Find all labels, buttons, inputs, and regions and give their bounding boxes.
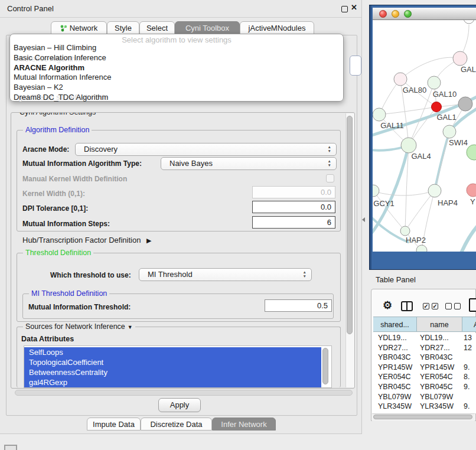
node-gcy1[interactable] [373, 185, 379, 197]
tab-jactivemnodules[interactable]: jActiveMNodules [240, 21, 314, 34]
node-gal80[interactable] [394, 73, 407, 86]
mi-steps-field[interactable]: 6 [252, 216, 335, 229]
network-canvas[interactable]: GAL GAL80 GAL10 GAL1 GAL11 SWI4 GAL4 GCY… [373, 20, 476, 252]
cell-shared[interactable]: YLR345W [372, 402, 416, 412]
which-threshold-select[interactable]: MI Threshold ▲▼ [139, 268, 312, 281]
close-icon[interactable]: ✕ [351, 3, 357, 12]
unchecked-checkbox-icon[interactable] [454, 303, 461, 309]
apply-button[interactable]: Apply [158, 398, 201, 412]
node-salmon[interactable] [467, 184, 476, 197]
table-row[interactable]: YBR043CYBR043C [372, 353, 476, 363]
zoom-traffic-light[interactable] [404, 10, 412, 18]
table-horizontal-scrollbar-thumb[interactable] [373, 415, 472, 419]
cell-value[interactable]: 13 [461, 333, 476, 343]
mi-threshold-field[interactable]: 0.5 [265, 299, 332, 312]
cell-name[interactable]: YDR27... [416, 343, 461, 353]
cell-value[interactable]: 9. [461, 402, 476, 412]
settings-horizontal-scrollbar[interactable] [15, 390, 353, 396]
cell-value[interactable]: 9. [461, 382, 476, 392]
table-row[interactable]: YDR27...YDR27...12 [372, 343, 476, 353]
node-gal11[interactable] [373, 108, 386, 121]
cell-shared[interactable]: YBR043C [372, 353, 416, 363]
node-gray[interactable] [458, 97, 472, 111]
table-row[interactable]: YPR145WYPR145W9. [372, 363, 476, 373]
hub-definition-toggle[interactable]: Hub/Transcription Factor Definition ▶ [22, 236, 151, 244]
node-gal10[interactable] [428, 76, 441, 89]
checked-checkbox-icon[interactable]: ✓ [432, 303, 438, 309]
tab-select[interactable]: Select [139, 21, 175, 34]
dropdown-item[interactable]: Mutual Information Inference [14, 73, 111, 83]
document-icon[interactable] [469, 298, 476, 312]
dropdown-item[interactable]: Bayesian – K2 [14, 83, 63, 93]
table-row[interactable]: YER054CYER054C8. [372, 372, 476, 382]
column-header-shared[interactable]: shared... [373, 317, 417, 332]
cell-name[interactable]: YBR043C [416, 353, 461, 363]
panel-grip[interactable] [4, 445, 17, 450]
column-header-partial[interactable]: A [462, 317, 476, 332]
cell-value[interactable]: 9. [461, 363, 476, 373]
tab-cyni-toolbox[interactable]: Cyni Toolbox [175, 21, 240, 34]
tab-infer-network[interactable]: Infer Network [212, 418, 276, 431]
cell-shared[interactable]: YBR045C [372, 382, 416, 392]
cell-value[interactable] [461, 392, 476, 402]
column-header-name[interactable]: name [417, 317, 462, 332]
list-item[interactable]: SelfLoops [24, 347, 321, 357]
column-view-icon[interactable] [401, 301, 413, 311]
window-titlebar[interactable] [373, 8, 476, 20]
list-item[interactable]: TopologicalCoefficient [24, 357, 321, 367]
cell-name[interactable]: YLR345W [416, 402, 461, 412]
node-label: SWI4 [449, 138, 468, 147]
close-traffic-light[interactable] [379, 10, 387, 18]
cell-shared[interactable]: YBL079W [372, 392, 416, 402]
minimize-traffic-light[interactable] [392, 10, 399, 18]
cell-value[interactable]: 12 [461, 343, 476, 353]
sources-toggle[interactable]: Sources for Network Inference▼ [23, 322, 135, 331]
mi-algorithm-type-select[interactable]: Naive Bayes ▲▼ [161, 157, 337, 170]
node-hap2[interactable] [400, 226, 410, 236]
node-gal1-red[interactable] [432, 102, 442, 112]
panel-divider-collapse-icon[interactable] [362, 217, 365, 222]
list-item[interactable]: gal4RGexp [24, 377, 321, 387]
dropdown-item[interactable]: Bayesian – Hill Climbing [14, 43, 96, 53]
tab-impute-data[interactable]: Impute Data [87, 418, 141, 431]
cell-name[interactable]: YBR045C [416, 382, 461, 392]
unchecked-checkbox-icon[interactable] [445, 303, 452, 309]
aracne-mode-select[interactable]: Discovery ▲▼ [75, 143, 337, 156]
node-partial-bottom[interactable] [416, 245, 427, 252]
settings-scrollbar-thumb[interactable] [347, 116, 353, 334]
table-row[interactable]: YBL079WYBL079W [372, 392, 476, 402]
dropdown-item-highlighted[interactable]: ARACNE Algorithm [14, 63, 84, 73]
manual-kernel-checkbox[interactable] [326, 174, 334, 182]
kernel-width-field[interactable]: 0.0 [252, 186, 335, 198]
cell-shared[interactable]: YDR27... [372, 343, 416, 353]
node-partial-top[interactable] [464, 20, 474, 24]
gear-icon[interactable]: ⚙ [383, 299, 392, 312]
node-pink[interactable] [453, 51, 467, 66]
float-window-icon[interactable] [341, 6, 348, 12]
node-gal4[interactable] [401, 138, 416, 153]
cell-shared[interactable]: YDL19... [372, 333, 416, 343]
attributes-scrollbar-thumb[interactable] [322, 348, 328, 384]
cell-name[interactable]: YER054C [416, 372, 461, 382]
tab-network[interactable]: Network [51, 21, 107, 34]
tab-style[interactable]: Style [107, 21, 139, 34]
cell-shared[interactable]: YER054C [372, 372, 416, 382]
cell-name[interactable]: YBL079W [416, 392, 461, 402]
node-swi4-large[interactable] [467, 145, 476, 160]
list-item[interactable]: BetweennessCentrality [24, 367, 321, 377]
dropdown-item[interactable]: Basic Correlation Inference [14, 53, 106, 63]
node-swi4-small[interactable] [443, 125, 456, 138]
table-row[interactable]: YLR345WYLR345W9. [372, 402, 476, 412]
table-row[interactable]: YBR045CYBR045C9. [372, 382, 476, 392]
node-hap4[interactable] [428, 184, 441, 197]
cell-shared[interactable]: YPR145W [372, 363, 416, 373]
cell-value[interactable]: 8. [461, 372, 476, 382]
table-row[interactable]: YDL19...YDL19...13 [372, 333, 476, 343]
dpi-tolerance-field[interactable]: 0.0 [252, 201, 335, 213]
tab-discretize-data[interactable]: Discretize Data [141, 418, 212, 431]
checked-checkbox-icon[interactable]: ✓ [423, 303, 429, 309]
cell-name[interactable]: YPR145W [416, 363, 461, 373]
dropdown-item[interactable]: Dream8 DC_TDC Algorithm [14, 93, 108, 103]
cell-name[interactable]: YDL19... [416, 333, 461, 343]
cell-value[interactable] [461, 353, 476, 363]
